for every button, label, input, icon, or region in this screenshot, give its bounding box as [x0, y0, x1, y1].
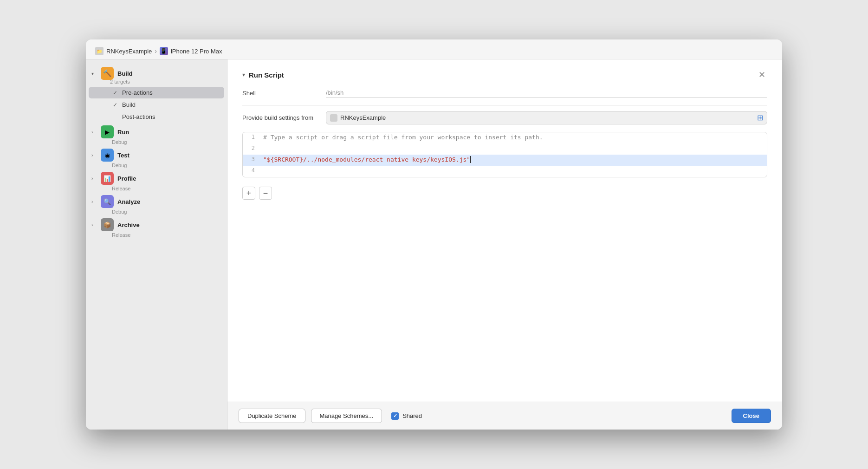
- separator-line-1: [242, 105, 767, 105]
- sidebar-test-title: Test: [117, 152, 130, 159]
- content-area: ▾ Run Script ✕ Shell Provide build setti…: [227, 59, 782, 402]
- close-button[interactable]: Close: [732, 409, 771, 423]
- sidebar-section-profile: › 📊 Profile Release: [86, 170, 227, 192]
- code-toolbar: + −: [242, 185, 767, 202]
- chevron-run-icon: ›: [91, 130, 99, 135]
- sidebar-item-build[interactable]: ✓ Build: [89, 99, 224, 111]
- sidebar-section-run: › ▶ Run Debug: [86, 124, 227, 146]
- code-line: 2: [243, 143, 767, 155]
- sidebar-run-sub: Debug: [112, 139, 227, 146]
- project-icon: 📁: [95, 47, 104, 55]
- dialog-footer: Duplicate Scheme Manage Schemes... Share…: [227, 402, 782, 430]
- code-line: 3"${SRCROOT}/../node_modules/react-nativ…: [243, 155, 767, 166]
- device-icon: 📱: [160, 47, 168, 55]
- sidebar-build-title: Build: [117, 70, 133, 77]
- sidebar-profile-title: Profile: [117, 175, 136, 182]
- sidebar-item-postactions[interactable]: ✓ Post-actions: [89, 111, 224, 123]
- provide-settings-row: Provide build settings from RNKeysExampl…: [242, 111, 767, 124]
- line-content: "${SRCROOT}/../node_modules/react-native…: [259, 155, 767, 164]
- add-script-button[interactable]: +: [242, 187, 255, 200]
- sidebar-preactions-label: Pre-actions: [122, 89, 153, 96]
- chevron-test-icon: ›: [91, 153, 99, 158]
- sidebar-postactions-label: Post-actions: [122, 113, 155, 120]
- sidebar-archive-title: Archive: [117, 221, 140, 228]
- line-number: 3: [243, 155, 259, 164]
- select-project-icon: [330, 114, 337, 122]
- chevron-archive-icon: ›: [91, 222, 99, 228]
- sidebar-analyze-title: Analyze: [117, 198, 140, 205]
- code-line: 4: [243, 166, 767, 177]
- line-number: 1: [243, 132, 259, 142]
- code-editor[interactable]: 1# Type a script or drag a script file f…: [242, 132, 767, 177]
- provide-value: RNKeysExample: [340, 114, 754, 121]
- sidebar-group-archive[interactable]: › 📦 Archive: [86, 216, 227, 233]
- check-icon: ✓: [113, 90, 120, 96]
- line-content: [259, 143, 767, 146]
- sidebar-archive-sub: Release: [112, 232, 227, 239]
- run-icon: ▶: [101, 125, 114, 138]
- sidebar-group-run[interactable]: › ▶ Run: [86, 124, 227, 140]
- sidebar: ▾ 🔨 Build 2 targets ✓ Pre-actions ✓ Buil…: [86, 59, 227, 430]
- line-content: [259, 166, 767, 169]
- line-number: 4: [243, 166, 259, 175]
- section-title: Run Script: [249, 71, 284, 79]
- analyze-icon: 🔍: [101, 195, 114, 208]
- manage-schemes-button[interactable]: Manage Schemes...: [311, 409, 382, 423]
- archive-icon: 📦: [101, 218, 114, 231]
- check-icon-build: ✓: [113, 102, 120, 108]
- breadcrumb-separator: ›: [155, 47, 157, 55]
- sidebar-section-build: ▾ 🔨 Build 2 targets ✓ Pre-actions ✓ Buil…: [86, 65, 227, 123]
- shared-checkbox[interactable]: [391, 412, 399, 420]
- remove-script-button[interactable]: −: [259, 187, 272, 200]
- code-line: 1# Type a script or drag a script file f…: [243, 132, 767, 143]
- dialog-body: ▾ 🔨 Build 2 targets ✓ Pre-actions ✓ Buil…: [86, 59, 782, 430]
- sidebar-build-label: Build: [122, 101, 136, 108]
- sidebar-group-test[interactable]: › ◉ Test: [86, 147, 227, 163]
- sidebar-section-test: › ◉ Test Debug: [86, 147, 227, 169]
- sidebar-profile-sub: Release: [112, 186, 227, 192]
- text-cursor: [470, 156, 471, 163]
- provide-select[interactable]: RNKeysExample ⊞: [326, 111, 767, 124]
- dialog-header: 📁 RNKeysExample › 📱 iPhone 12 Pro Max: [86, 39, 782, 59]
- sidebar-group-profile[interactable]: › 📊 Profile: [86, 170, 227, 187]
- test-icon: ◉: [101, 149, 114, 162]
- provide-label: Provide build settings from: [242, 114, 326, 121]
- main-content: ▾ Run Script ✕ Shell Provide build setti…: [227, 59, 782, 430]
- breadcrumb: 📁 RNKeysExample › 📱 iPhone 12 Pro Max: [95, 47, 222, 55]
- build-icon: 🔨: [101, 67, 114, 80]
- line-content: # Type a script or drag a script file fr…: [259, 132, 767, 142]
- shell-row: Shell: [242, 88, 767, 98]
- shared-label: Shared: [402, 412, 422, 419]
- breadcrumb-device: iPhone 12 Pro Max: [171, 48, 222, 55]
- sidebar-analyze-sub: Debug: [112, 209, 227, 215]
- section-header: ▾ Run Script ✕: [242, 71, 767, 79]
- stepper-icon: ⊞: [757, 113, 763, 122]
- duplicate-scheme-button[interactable]: Duplicate Scheme: [239, 409, 305, 423]
- chevron-profile-icon: ›: [91, 176, 99, 181]
- chevron-analyze-icon: ›: [91, 199, 99, 204]
- shell-input[interactable]: [326, 88, 767, 98]
- sidebar-section-analyze: › 🔍 Analyze Debug: [86, 193, 227, 215]
- sidebar-run-title: Run: [117, 129, 129, 136]
- line-number: 2: [243, 143, 259, 153]
- chevron-down-icon: ▾: [91, 71, 99, 76]
- shared-container: Shared: [391, 412, 422, 420]
- profile-icon: 📊: [101, 172, 114, 185]
- collapse-icon[interactable]: ▾: [242, 72, 245, 78]
- sidebar-section-archive: › 📦 Archive Release: [86, 216, 227, 239]
- sidebar-test-sub: Debug: [112, 163, 227, 169]
- close-section-button[interactable]: ✕: [757, 71, 767, 79]
- sidebar-build-targets: 2 targets: [86, 79, 227, 86]
- breadcrumb-project: RNKeysExample: [106, 48, 152, 55]
- shell-label: Shell: [242, 90, 326, 97]
- sidebar-item-preactions[interactable]: ✓ Pre-actions: [89, 87, 224, 98]
- sidebar-group-analyze[interactable]: › 🔍 Analyze: [86, 193, 227, 210]
- scheme-editor-dialog: 📁 RNKeysExample › 📱 iPhone 12 Pro Max ▾ …: [86, 39, 782, 430]
